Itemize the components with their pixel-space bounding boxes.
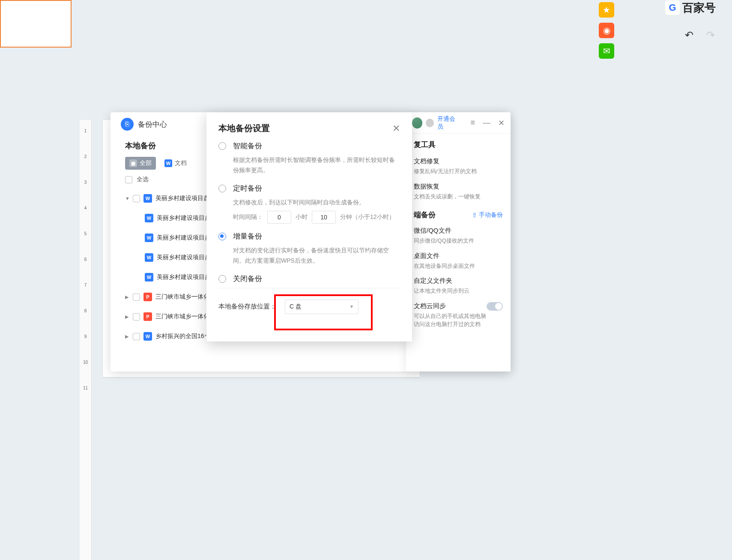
option-label: 关闭备份 (233, 274, 262, 284)
cloud-desc: 在其他设备同步桌面文件 (414, 262, 503, 270)
word-file-icon: W (143, 332, 152, 341)
undo-icon[interactable]: ↶ (685, 29, 693, 41)
right-panel: 开通会员 ≡ — ✕ 复工具 文档修复 修复乱码/无法打开的文档 数据恢复 文档… (406, 112, 511, 371)
cloud-item-wechat[interactable]: 微信/QQ文件 同步微信/QQ接收的文件 (406, 223, 511, 249)
file-checkbox[interactable] (133, 195, 140, 202)
cloud-title: 微信/QQ文件 (414, 227, 503, 235)
file-name: 美丽乡村建设项目盘 (157, 234, 211, 242)
avatar[interactable] (412, 117, 422, 129)
filter-tab-label: 文档 (175, 159, 187, 167)
cloud-item-desktop[interactable]: 桌面文件 在其他设备同步桌面文件 (406, 249, 511, 274)
menu-icon[interactable]: ≡ (470, 118, 475, 127)
filter-tab-all[interactable]: ▦ 全部 (125, 157, 156, 170)
cloud-title: 桌面文件 (414, 252, 503, 260)
tool-desc: 文档丢失或误删，一键恢复 (414, 192, 503, 201)
file-name: 美丽乡村建设项目盘 (157, 254, 211, 261)
tool-title: 数据恢复 (414, 183, 503, 191)
caret-right-icon[interactable]: ▶ (125, 294, 131, 300)
option-label: 定时备份 (233, 183, 262, 193)
minutes-unit: 分钟（小于12小时） (340, 213, 395, 221)
cloud-title: 自定义文件夹 (414, 277, 503, 285)
file-name: 美丽乡村建设项目盘 (157, 273, 211, 281)
ppt-file-icon: P (143, 312, 152, 321)
baijiahao-icon: G (665, 0, 680, 15)
tool-desc: 修复乱码/无法打开的文档 (414, 167, 503, 176)
word-icon: W (164, 159, 172, 167)
favorite-icon[interactable]: ★ (599, 2, 614, 18)
cloud-desc: 让本地文件夹同步到云 (414, 287, 503, 295)
cloud-desc: 同步微信/QQ接收的文件 (414, 237, 503, 245)
option-smart-backup[interactable]: 智能备份 (218, 141, 400, 151)
right-panel-header: 开通会员 ≡ — ✕ (406, 112, 511, 134)
select-all-checkbox[interactable] (125, 176, 132, 183)
backup-logo-icon: ⎘ (121, 118, 134, 131)
file-checkbox[interactable] (133, 293, 140, 301)
radio-off[interactable] (218, 275, 226, 283)
file-name: 美丽乡村建设项目盘 (155, 195, 209, 202)
minutes-input[interactable] (312, 211, 336, 224)
hours-input[interactable] (267, 211, 291, 224)
file-name: 美丽乡村建设项目盘 (157, 214, 211, 222)
vip-link[interactable]: 开通会员 (437, 115, 460, 131)
minimize-icon[interactable]: — (483, 118, 490, 127)
time-interval-row: 时间间隔： 小时 分钟（小于12小时） (233, 211, 400, 224)
tool-title: 文档修复 (414, 157, 503, 165)
caret-right-icon[interactable]: ▶ (125, 334, 131, 339)
caret-down-icon[interactable]: ▼ (125, 196, 131, 201)
file-name: 三门峡市城乡一体化 (155, 293, 209, 301)
radio-timed[interactable] (218, 185, 226, 192)
chevron-down-icon: ▼ (350, 304, 354, 309)
filter-tab-doc[interactable]: W 文档 (160, 157, 191, 170)
option-timed-backup[interactable]: 定时备份 (218, 183, 400, 193)
redo-icon: ↷ (706, 29, 715, 41)
location-select[interactable]: C 盘 ▼ (285, 299, 359, 314)
manual-backup-link[interactable]: ⇧ 手动备份 (472, 211, 503, 219)
backup-title: 备份中心 (138, 120, 167, 129)
baijiahao-logo: G 百家号 (665, 0, 716, 15)
option-label: 增量备份 (233, 231, 262, 241)
backup-location-section: 本地备份存放位置： C 盘 ▼ (218, 288, 400, 314)
word-file-icon: W (145, 253, 153, 262)
option-desc: 对文档的变化进行实时备份，备份速度快且可以节约存储空间。此方案需重启WPS后生效… (233, 246, 400, 266)
tool-item-recover[interactable]: 数据恢复 文档丢失或误删，一键恢复 (406, 179, 511, 204)
cloud-item-custom[interactable]: 自定义文件夹 让本地文件夹同步到云 (406, 273, 511, 299)
wechat-icon[interactable]: ✉ (599, 43, 614, 59)
close-icon[interactable]: ✕ (498, 118, 505, 128)
weibo-icon[interactable]: ◉ (599, 23, 614, 38)
cloud-item-sync: 文档云同步 可以从自己的手机或其他电脑访问这台电脑打开过的文档 (414, 302, 487, 329)
word-file-icon: W (145, 214, 153, 222)
location-label: 本地备份存放位置： (218, 302, 276, 311)
caret-right-icon[interactable]: ▶ (125, 314, 131, 320)
location-value: C 盘 (290, 303, 302, 311)
tools-section-title: 复工具 (406, 134, 511, 154)
filter-tab-label: 全部 (140, 159, 152, 167)
settings-header: 本地备份设置 ✕ (206, 112, 412, 141)
cloud-sync-toggle[interactable] (487, 302, 503, 311)
cloud-sync-row: 文档云同步 可以从自己的手机或其他电脑访问这台电脑打开过的文档 (406, 299, 511, 332)
select-all-label: 全选 (137, 176, 149, 183)
tool-item-repair[interactable]: 文档修复 修复乱码/无法打开的文档 (406, 154, 511, 179)
file-checkbox[interactable] (133, 313, 140, 320)
word-file-icon: W (143, 194, 152, 203)
slide-thumbnail[interactable] (0, 0, 72, 48)
grid-icon: ▦ (129, 159, 137, 167)
file-checkbox[interactable] (133, 333, 140, 340)
baijiahao-label: 百家号 (682, 0, 716, 15)
word-file-icon: W (145, 234, 153, 242)
local-backup-settings-modal: 本地备份设置 ✕ 智能备份 根据文档备份所需时长智能调整备份频率，所需时长较短时… (206, 112, 412, 341)
hours-unit: 小时 (296, 213, 308, 221)
vip-icon (426, 119, 434, 127)
cloud-section-title: 端备份 (414, 210, 436, 220)
radio-smart[interactable] (218, 142, 226, 150)
option-desc: 文档修改后，到达以下时间间隔时自动生成备份。 (233, 198, 400, 208)
close-icon[interactable]: ✕ (392, 123, 400, 134)
option-desc: 根据文档备份所需时长智能调整备份频率，所需时长较短时备份频率更高。 (233, 155, 400, 176)
radio-incremental[interactable] (218, 233, 226, 240)
share-sidebar: ★ ◉ ✉ (599, 0, 617, 59)
option-disable-backup[interactable]: 关闭备份 (218, 274, 400, 284)
option-label: 智能备份 (233, 141, 262, 151)
cloud-desc: 可以从自己的手机或其他电脑访问这台电脑打开过的文档 (414, 312, 487, 329)
option-incremental-backup[interactable]: 增量备份 (218, 231, 400, 241)
word-file-icon: W (145, 273, 153, 281)
interval-label: 时间间隔： (233, 213, 263, 221)
